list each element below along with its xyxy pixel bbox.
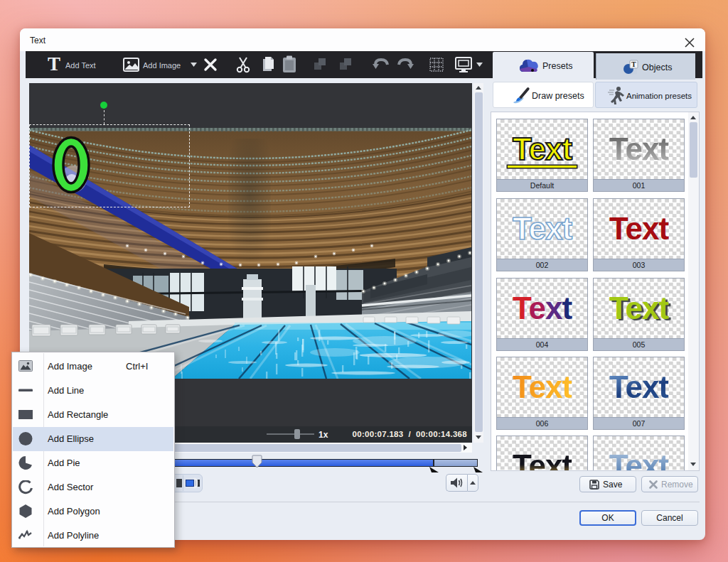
svg-text:T: T xyxy=(631,61,636,68)
